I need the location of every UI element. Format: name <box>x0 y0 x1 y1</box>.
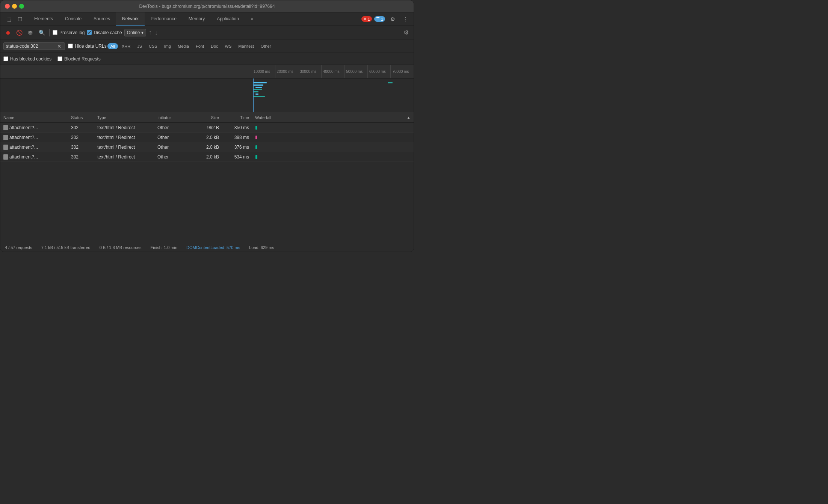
tab-elements[interactable]: Elements <box>28 12 59 26</box>
chart-name-spacer <box>0 78 68 112</box>
disable-cache-input[interactable] <box>87 30 92 35</box>
waterfall-red-line-4 <box>385 152 385 161</box>
online-label: Online <box>127 30 140 35</box>
minimize-button[interactable] <box>12 4 17 9</box>
row3-time: 376 ms <box>222 145 252 150</box>
chart-type-spacer <box>94 78 154 112</box>
tab-more[interactable]: » <box>245 12 260 26</box>
download-icon[interactable]: ↓ <box>154 29 157 36</box>
th-status[interactable]: Status <box>68 115 94 120</box>
th-time[interactable]: Time <box>222 115 252 120</box>
requests-count: 4 / 57 requests <box>5 245 32 250</box>
filter-xhr[interactable]: XHR <box>119 43 133 49</box>
tab-performance[interactable]: Performance <box>145 12 183 26</box>
filter-bar: ✕ Hide data URLs All XHR JS CSS Img Medi… <box>0 39 414 53</box>
tab-sources[interactable]: Sources <box>88 12 116 26</box>
has-blocked-cookies-input[interactable] <box>3 56 8 61</box>
table-row[interactable]: attachment?... 302 text/html / Redirect … <box>0 133 414 142</box>
more-options-icon[interactable]: ⋮ <box>400 14 411 24</box>
disable-cache-label: Disable cache <box>94 30 122 35</box>
blocked-requests-input[interactable] <box>57 56 62 61</box>
hide-data-urls-checkbox[interactable]: Hide data URLs <box>68 44 107 49</box>
row3-waterfall <box>252 142 414 152</box>
blocked-row: Has blocked cookies Blocked Requests <box>0 53 414 65</box>
clear-filter-button[interactable]: ✕ <box>56 44 62 49</box>
tab-memory[interactable]: Memory <box>183 12 211 26</box>
preserve-log-label: Preserve log <box>59 30 85 35</box>
preserve-log-checkbox[interactable]: Preserve log <box>53 30 85 35</box>
tab-network[interactable]: Network <box>116 12 145 26</box>
tick-70000: 70000 ms <box>390 65 414 78</box>
filter-img[interactable]: Img <box>161 43 174 49</box>
filter-js[interactable]: JS <box>134 43 145 49</box>
has-blocked-cookies-checkbox[interactable]: Has blocked cookies <box>3 56 51 62</box>
cursor-icon[interactable]: ⬚ <box>3 14 14 24</box>
error-badge[interactable]: ✕ 1 <box>361 16 372 22</box>
initiator-column-spacer <box>154 65 192 78</box>
waterfall-bar-1 <box>255 126 257 130</box>
table-body: attachment?... 302 text/html / Redirect … <box>0 123 414 242</box>
network-table: Name Status Type Initiator Size Time Wat… <box>0 112 414 242</box>
filter-input[interactable] <box>6 44 55 49</box>
tick-30000: 30000 ms <box>298 65 321 78</box>
filter-doc[interactable]: Doc <box>208 43 221 49</box>
th-initiator[interactable]: Initiator <box>154 115 192 120</box>
filter-ws[interactable]: WS <box>222 43 235 49</box>
network-settings-icon[interactable]: ⚙ <box>402 28 411 37</box>
tab-application[interactable]: Application <box>211 12 245 26</box>
divider <box>49 29 50 36</box>
throttle-select[interactable]: Online ▾ <box>124 29 147 36</box>
th-waterfall[interactable]: Waterfall ▲ <box>252 115 414 120</box>
table-row[interactable]: attachment?... 302 text/html / Redirect … <box>0 142 414 152</box>
th-type[interactable]: Type <box>94 115 154 120</box>
waterfall-overview <box>0 78 414 112</box>
status-column-spacer <box>68 65 94 78</box>
tick-10000: 10000 ms <box>252 65 275 78</box>
transferred-size: 7.1 kB / 515 kB transferred <box>41 245 91 250</box>
tick-40000: 40000 ms <box>321 65 344 78</box>
size-column-spacer <box>192 65 222 78</box>
search-icon[interactable]: 🔍 <box>37 28 46 37</box>
toolbar: ⏺ 🚫 ⛃ 🔍 Preserve log Disable cache Onlin… <box>0 26 414 39</box>
maximize-button[interactable] <box>19 4 24 9</box>
chart-status-spacer <box>68 78 94 112</box>
upload-icon[interactable]: ↑ <box>148 29 151 36</box>
filter-other[interactable]: Other <box>258 43 274 49</box>
import-export: ↑ ↓ <box>148 29 157 36</box>
row1-time: 350 ms <box>222 125 252 130</box>
hide-data-urls-input[interactable] <box>68 44 73 48</box>
th-size[interactable]: Size <box>192 115 222 120</box>
row2-size: 2.0 kB <box>192 135 222 140</box>
tab-console[interactable]: Console <box>59 12 88 26</box>
file-icon <box>3 145 8 150</box>
preserve-log-input[interactable] <box>53 30 57 35</box>
disable-cache-checkbox[interactable]: Disable cache <box>87 30 122 35</box>
close-button[interactable] <box>5 4 10 9</box>
table-row[interactable]: attachment?... 302 text/html / Redirect … <box>0 123 414 133</box>
filter-manifest[interactable]: Manifest <box>235 43 257 49</box>
record-button[interactable]: ⏺ <box>3 28 12 37</box>
th-name[interactable]: Name <box>0 115 68 120</box>
table-row[interactable]: attachment?... 302 text/html / Redirect … <box>0 152 414 162</box>
filter-media[interactable]: Media <box>175 43 192 49</box>
mini-bar-6 <box>255 94 259 95</box>
tick-60000: 60000 ms <box>367 65 391 78</box>
settings-icon[interactable]: ⚙ <box>387 14 398 24</box>
filter-icon[interactable]: ⛃ <box>26 28 35 37</box>
filter-all[interactable]: All <box>107 43 118 49</box>
filter-type-pills: Hide data URLs All XHR JS CSS Img Media … <box>68 43 274 49</box>
mini-bar-4 <box>254 89 262 90</box>
tick-50000: 50000 ms <box>344 65 367 78</box>
tabs: Elements Console Sources Network Perform… <box>28 12 361 26</box>
sort-icon: ▲ <box>406 115 411 120</box>
filter-search-box[interactable]: ✕ <box>3 42 65 50</box>
filter-font[interactable]: Font <box>193 43 207 49</box>
filter-css[interactable]: CSS <box>146 43 160 49</box>
blocked-requests-checkbox[interactable]: Blocked Requests <box>57 56 101 62</box>
row2-type: text/html / Redirect <box>94 135 154 140</box>
clear-button[interactable]: 🚫 <box>15 28 24 37</box>
mini-bar-1 <box>254 82 266 83</box>
device-icon[interactable]: ☐ <box>15 14 25 24</box>
mini-bar-far <box>388 82 393 83</box>
warning-badge[interactable]: ☰ 1 <box>374 16 385 22</box>
